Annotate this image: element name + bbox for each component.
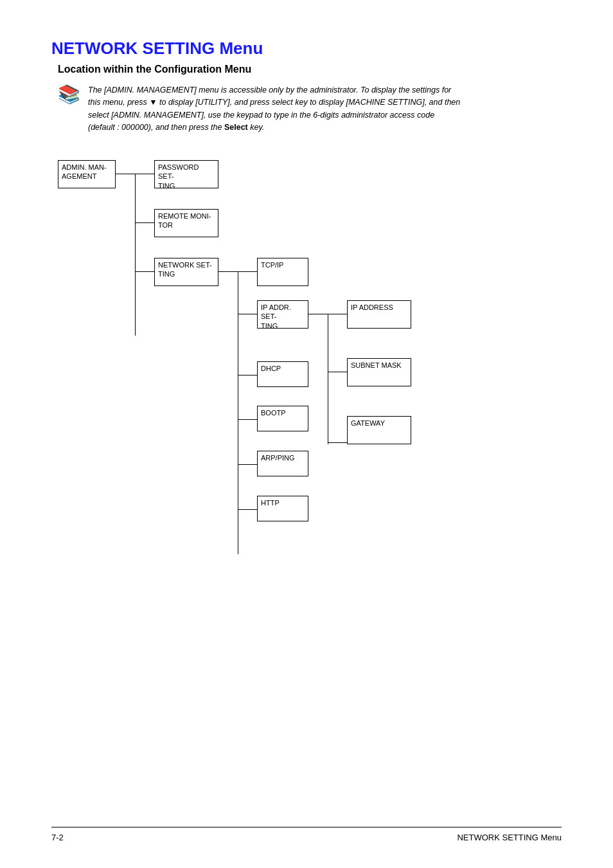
h-line-1 [116, 174, 135, 174]
subnet-mask-box: SUBNET MASK [347, 358, 411, 386]
v-line-3b [328, 314, 328, 444]
ip-address-box: IP ADDRESS [347, 300, 411, 329]
diagram: ADMIN. MAN-AGEMENT PASSWORD SET-TING REM… [58, 149, 495, 599]
v-line-1 [135, 174, 136, 336]
ip-addr-setting-box: IP ADDR. SET-TING [257, 300, 308, 329]
h-line-dhcp [238, 375, 257, 375]
h-line-pw [135, 174, 154, 174]
admin-management-box: ADMIN. MAN-AGEMENT [58, 160, 116, 188]
h-line-ns [135, 271, 154, 272]
gateway-box: GATEWAY [347, 416, 411, 444]
remote-monitor-box: REMOTE MONI-TOR [154, 209, 218, 237]
dhcp-box: DHCP [257, 361, 308, 387]
h-line-gateway [328, 442, 347, 443]
h-line-subnet [328, 372, 347, 372]
h-line-http [238, 509, 257, 510]
password-setting-box: PASSWORD SET-TING [154, 160, 218, 188]
h-line-arpping [238, 464, 257, 465]
footer: 7-2 NETWORK SETTING Menu [51, 827, 562, 842]
h-line-ipaddr [238, 314, 257, 314]
h-line-3 [308, 314, 328, 314]
h-line-rm [135, 222, 154, 223]
footer-left: 7-2 [51, 833, 64, 842]
note-text: The [ADMIN. MANAGEMENT] menu is accessib… [88, 84, 461, 134]
h-line-2 [218, 271, 238, 272]
h-line-tcp [238, 271, 257, 272]
network-setting-box: NETWORK SET-TING [154, 258, 218, 286]
h-line-ipaddr2 [328, 314, 347, 314]
bootp-box: BOOTP [257, 406, 308, 431]
footer-right: NETWORK SETTING Menu [457, 833, 562, 842]
page: NETWORK SETTING Menu Location within the… [0, 0, 613, 868]
http-box: HTTP [257, 496, 308, 521]
arpping-box: ARP/PING [257, 451, 308, 476]
note-icon: 📚 [58, 86, 80, 104]
tcpip-box: TCP/IP [257, 258, 308, 286]
section-subtitle: Location within the Configuration Menu [58, 64, 562, 75]
note-box: 📚 The [ADMIN. MANAGEMENT] menu is access… [58, 84, 562, 134]
page-title: NETWORK SETTING Menu [51, 39, 562, 59]
h-line-bootp [238, 419, 257, 420]
